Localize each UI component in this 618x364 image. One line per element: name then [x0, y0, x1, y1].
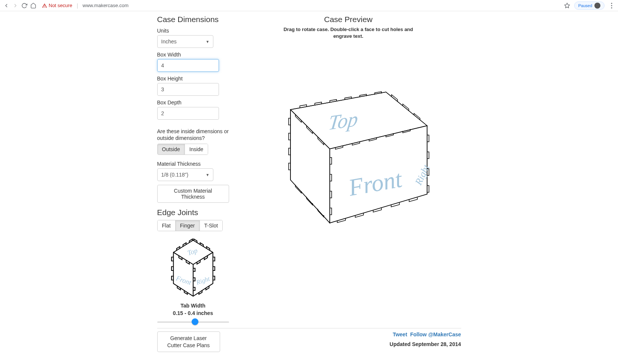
paused-label: Paused	[578, 3, 592, 8]
case-top-label: Top	[327, 107, 359, 135]
not-secure-label: Not secure	[49, 3, 72, 8]
svg-point-2	[611, 5, 612, 6]
thickness-select[interactable]: 1/8 (0.118")	[157, 168, 213, 181]
units-label: Units	[157, 28, 229, 34]
url-text[interactable]: www.makercase.com	[83, 3, 129, 8]
units-select[interactable]: Inches	[157, 35, 213, 48]
warning-icon	[42, 3, 47, 8]
height-label: Box Height	[157, 76, 229, 82]
slider-thumb[interactable]	[192, 318, 198, 325]
form-panel: Case Dimensions Units Inches ▼ Box Width…	[157, 12, 232, 325]
url-divider: |	[77, 3, 78, 9]
flat-button[interactable]: Flat	[158, 220, 176, 231]
preview-panel: Case Preview Drag to rotate case. Double…	[232, 12, 461, 325]
preview-hint: Drag to rotate case. Double-click a face…	[277, 26, 420, 40]
tweet-link[interactable]: Tweet	[393, 331, 407, 337]
width-input[interactable]	[157, 59, 219, 72]
back-icon[interactable]	[3, 2, 10, 9]
edge-joints-heading: Edge Joints	[157, 208, 229, 217]
more-icon[interactable]	[608, 2, 615, 9]
reload-icon[interactable]	[21, 2, 28, 9]
tab-width-slider[interactable]	[157, 318, 229, 325]
edge-joint-preview: Top Front Right	[157, 236, 229, 301]
finger-button[interactable]: Finger	[176, 220, 200, 231]
avatar-icon	[594, 3, 600, 9]
svg-marker-0	[564, 3, 569, 8]
custom-thickness-button[interactable]: Custom Material Thickness	[157, 185, 229, 203]
tab-range-label: 0.15 - 0.4 inches	[157, 310, 229, 316]
updated-label: Updated September 28, 2014	[390, 341, 461, 347]
social-links: Tweet Follow @MakerCase	[390, 331, 461, 337]
inside-outside-toggle: Outside Inside	[157, 144, 208, 155]
case-3d-svg: Top Front Right	[255, 68, 442, 229]
forward-icon[interactable]	[12, 2, 19, 9]
depth-input[interactable]	[157, 107, 219, 120]
preview-heading: Case Preview	[236, 15, 461, 24]
height-input[interactable]	[157, 83, 219, 96]
svg-point-3	[611, 7, 612, 8]
depth-label: Box Depth	[157, 100, 229, 105]
browser-chrome: Not secure | www.makercase.com Paused	[0, 0, 618, 11]
tab-width-label: Tab Width	[157, 303, 229, 309]
security-indicator[interactable]: Not secure	[42, 3, 72, 8]
generate-plans-button[interactable]: Generate Laser Cutter Case Plans	[157, 331, 220, 352]
thickness-label: Material Thickness	[157, 161, 229, 167]
svg-point-1	[611, 3, 612, 4]
edge-joint-preview-svg: Top Front Right	[161, 236, 225, 300]
follow-link[interactable]: Follow @MakerCase	[410, 331, 461, 337]
inside-outside-question: Are these inside dimensions or outside d…	[157, 128, 229, 141]
star-icon[interactable]	[564, 2, 570, 9]
tslot-button[interactable]: T-Slot	[200, 220, 223, 231]
edge-joints-toggle: Flat Finger T-Slot	[157, 220, 223, 231]
width-label: Box Width	[157, 52, 229, 58]
dimensions-heading: Case Dimensions	[157, 15, 229, 24]
outside-button[interactable]: Outside	[158, 144, 185, 155]
inside-button[interactable]: Inside	[185, 144, 208, 155]
preview-canvas[interactable]: Top Front Right	[236, 43, 461, 253]
home-icon[interactable]	[30, 2, 37, 9]
profile-paused-pill[interactable]: Paused	[574, 1, 605, 10]
